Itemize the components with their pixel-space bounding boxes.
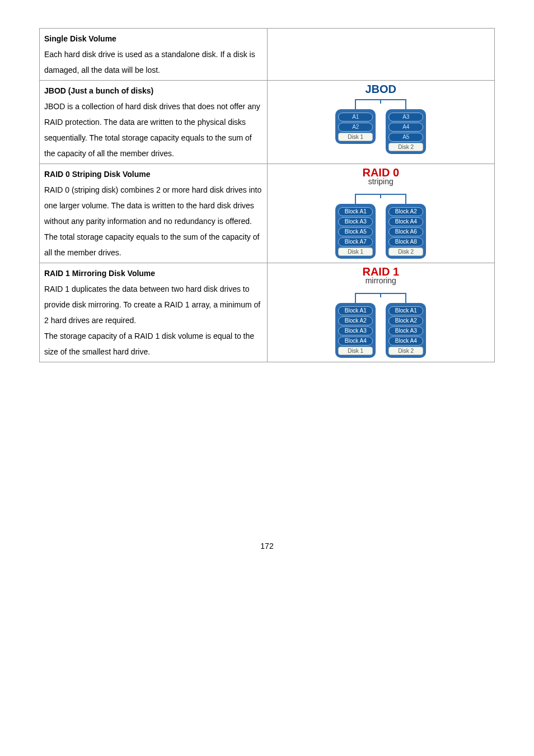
- disk-label: Disk 2: [388, 248, 423, 256]
- jbod-disk-1: A1 A2 Disk 1: [335, 109, 376, 154]
- cell-single-diagram: [267, 29, 495, 81]
- disk-label: Disk 1: [338, 347, 373, 355]
- raid1-disks: Block A1 Block A2 Block A3 Block A4 Disk…: [335, 303, 426, 358]
- block: Block A3: [338, 217, 373, 226]
- block: Block A5: [338, 227, 373, 236]
- raid0-body2: The total storage capacity equals to the…: [44, 232, 259, 257]
- block: A1: [338, 113, 373, 122]
- disk-label: Disk 1: [338, 248, 373, 256]
- cell-raid1-desc: RAID 1 Mirroring Disk Volume RAID 1 dupl…: [40, 263, 268, 362]
- block: A5: [388, 133, 423, 142]
- block: Block A4: [388, 217, 423, 226]
- jbod-title: JBOD (Just a bunch of disks): [44, 86, 153, 95]
- disk-label: Disk 2: [388, 143, 423, 151]
- block: A2: [338, 123, 373, 132]
- raid1-body2: The storage capacity of a RAID 1 disk vo…: [44, 332, 254, 356]
- single-body: Each hard disk drive is used as a standa…: [44, 50, 255, 74]
- cell-jbod-diagram: JBOD A1 A2 Disk 1 A3 A4 A5 Disk 2: [267, 81, 495, 164]
- block: Block A4: [338, 337, 373, 346]
- jbod-body: JBOD is a collection of hard disk drives…: [44, 102, 260, 158]
- raid1-title: RAID 1 Mirroring Disk Volume: [44, 269, 155, 278]
- cell-raid0-desc: RAID 0 Striping Disk Volume RAID 0 (stri…: [40, 164, 268, 263]
- disk-body: Block A1 Block A3 Block A5 Block A7 Disk…: [335, 204, 376, 259]
- block: Block A4: [388, 337, 423, 346]
- jbod-disk-2: A3 A4 A5 Disk 2: [386, 109, 426, 154]
- block: Block A1: [338, 207, 373, 216]
- block: A3: [388, 113, 423, 122]
- block: Block A7: [338, 237, 373, 246]
- jbod-diagram-title: JBOD: [272, 83, 490, 96]
- block: A4: [388, 123, 423, 132]
- block: Block A1: [338, 306, 373, 315]
- raid0-disk-1: Block A1 Block A3 Block A5 Block A7 Disk…: [335, 204, 376, 259]
- disk-body: Block A1 Block A2 Block A3 Block A4 Disk…: [386, 303, 426, 358]
- raid0-title: RAID 0 Striping Disk Volume: [44, 170, 151, 179]
- block: Block A8: [388, 237, 423, 246]
- page-number: 172: [39, 542, 495, 550]
- raid1-diagram-sub: mirroring: [272, 276, 490, 285]
- block: Block A1: [388, 306, 423, 315]
- disk-body: Block A1 Block A2 Block A3 Block A4 Disk…: [335, 303, 376, 358]
- raid0-disks: Block A1 Block A3 Block A5 Block A7 Disk…: [335, 204, 426, 259]
- cell-raid1-diagram: RAID 1 mirroring Block A1 Block A2 Block…: [267, 263, 495, 362]
- raid0-disk-2: Block A2 Block A4 Block A6 Block A8 Disk…: [386, 204, 426, 259]
- disk-body: A1 A2 Disk 1: [335, 109, 376, 144]
- raid0-diagram-sub: striping: [272, 177, 490, 186]
- block: Block A2: [338, 316, 373, 325]
- jbod-disks: A1 A2 Disk 1 A3 A4 A5 Disk 2: [335, 109, 426, 154]
- disk-label: Disk 2: [388, 347, 423, 355]
- block: Block A3: [338, 326, 373, 335]
- raid-table: Single Disk Volume Each hard disk drive …: [39, 28, 495, 362]
- raid0-body: RAID 0 (striping disk) combines 2 or mor…: [44, 185, 261, 226]
- block: Block A6: [388, 227, 423, 236]
- raid1-disk-1: Block A1 Block A2 Block A3 Block A4 Disk…: [335, 303, 376, 358]
- raid1-disk-2: Block A1 Block A2 Block A3 Block A4 Disk…: [386, 303, 426, 358]
- disk-body: Block A2 Block A4 Block A6 Block A8 Disk…: [386, 204, 426, 259]
- block: Block A2: [388, 207, 423, 216]
- single-title: Single Disk Volume: [44, 34, 116, 43]
- cell-single-desc: Single Disk Volume Each hard disk drive …: [40, 29, 268, 81]
- raid1-body: RAID 1 duplicates the data between two h…: [44, 284, 260, 325]
- cell-raid0-diagram: RAID 0 striping Block A1 Block A3 Block …: [267, 164, 495, 263]
- cell-jbod-desc: JBOD (Just a bunch of disks) JBOD is a c…: [40, 81, 268, 164]
- disk-label: Disk 1: [338, 133, 373, 141]
- block: Block A2: [388, 316, 423, 325]
- block: Block A3: [388, 326, 423, 335]
- disk-body: A3 A4 A5 Disk 2: [386, 109, 426, 154]
